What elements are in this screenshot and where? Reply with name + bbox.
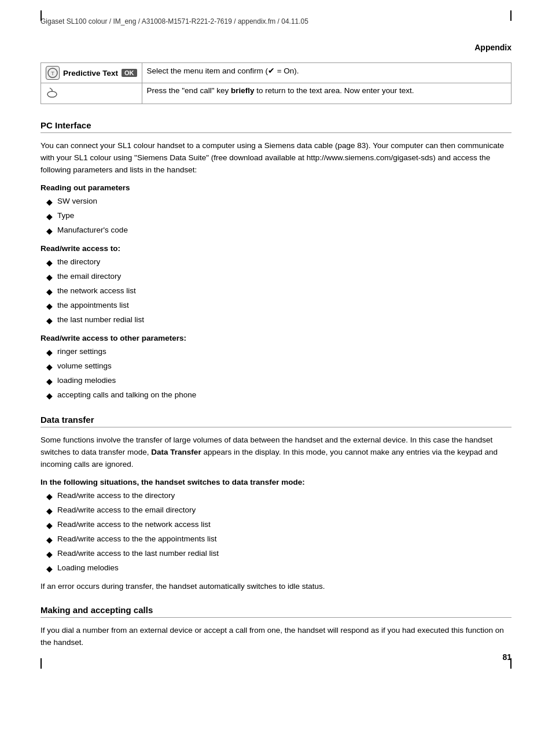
pc-interface-heading: PC Interface [41,120,511,133]
list-item: ◆ Read/write access to the directory [46,490,511,503]
reading-out-list: ◆ SW version ◆ Type ◆ Manufacturer's cod… [41,196,511,237]
data-transfer-heading: Data transfer [41,415,511,427]
list-item-text: the network access list [57,285,136,297]
corner-line-bl [41,658,42,669]
predictive-text-table: T Predictive Text OK Select the menu ite… [41,62,511,104]
list-item: ◆ the email directory [46,271,511,283]
list-item: ◆ Manufacturer's code [46,224,511,237]
predictive-text-label: Predictive Text [63,69,118,78]
list-item-text: loading melodies [57,375,116,386]
bullet-icon: ◆ [46,491,53,503]
error-note: If an error occurs during transfer, the … [41,581,511,593]
list-item: ◆ volume settings [46,360,511,373]
bullet-icon: ◆ [46,361,53,373]
svg-point-2 [47,91,57,97]
list-item: ◆ Type [46,210,511,223]
bullet-icon: ◆ [46,346,53,359]
predictive-row2-text-before: Press the "end call" key [147,86,231,95]
list-item-text: Read/write access to the network access … [57,519,211,530]
making-calls-text: If you dial a number from an external de… [41,625,511,649]
bullet-icon: ◆ [46,505,53,517]
list-item-text: Read/write access to the directory [57,490,175,501]
predictive-text-row1-text: Select the menu item and confirm (✔ = On… [142,63,511,83]
making-calls-heading: Making and accepting calls [41,605,511,618]
ok-badge: OK [122,69,137,77]
list-item-text: the directory [57,256,100,268]
bullet-icon: ◆ [46,375,53,388]
list-item: ◆ Read/write access to the network acces… [46,519,511,532]
predictive-text-row2-text: Press the "end call" key briefly to retu… [142,83,511,104]
page-number: 81 [502,652,511,662]
bullet-icon: ◆ [46,225,53,237]
readwrite-other-list: ◆ ringer settings ◆ volume settings ◆ lo… [41,346,511,402]
bullet-icon: ◆ [46,390,53,402]
icon-cell-inner: T Predictive Text OK [46,66,137,80]
readwrite-other-heading: Read/write access to other parameters: [41,334,511,342]
list-item-text: the last number redial list [57,314,144,326]
data-transfer-intro: Some functions involve the transfer of l… [41,434,511,471]
readwrite-list: ◆ the directory ◆ the email directory ◆ … [41,256,511,327]
list-item: ◆ the appointments list [46,300,511,312]
list-item: ◆ accepting calls and talking on the pho… [46,389,511,402]
list-item-text: the appointments list [57,300,129,311]
situations-heading: In the following situations, the handset… [41,478,511,486]
readwrite-heading: Read/write access to: [41,244,511,253]
list-item-text: Read/write access to the email directory [57,504,196,516]
corner-line-tl [41,10,42,21]
svg-text:T: T [51,71,54,76]
bullet-icon: ◆ [46,563,53,575]
list-item-text: the email directory [57,271,121,282]
bullet-icon: ◆ [46,286,53,298]
predictive-row1-text: Select the menu item and confirm (✔ = On… [147,67,299,75]
list-item: ◆ Read/write access to the email directo… [46,504,511,517]
reading-out-heading: Reading out parameters [41,183,511,192]
pc-interface-intro: You can connect your SL1 colour handset … [41,140,511,176]
list-item-text: Loading melodies [57,562,119,574]
list-item: ◆ Loading melodies [46,562,511,575]
list-item-text: accepting calls and talking on the phone [57,389,196,401]
bullet-icon: ◆ [46,300,53,312]
situations-list: ◆ Read/write access to the directory ◆ R… [41,490,511,575]
predictive-text-icon: T [46,66,60,80]
list-item-text: Manufacturer's code [57,224,128,236]
list-item-text: Type [57,210,74,222]
list-item-text: ringer settings [57,346,106,357]
table-row-2: Press the "end call" key briefly to retu… [41,83,511,104]
predictive-row2-text-after: to return to the text area. Now enter yo… [254,86,414,95]
bullet-icon: ◆ [46,196,53,208]
list-item: ◆ loading melodies [46,375,511,388]
list-item: ◆ Read/write access to the last number r… [46,548,511,560]
end-call-icon [46,86,58,99]
bullet-icon: ◆ [46,534,53,546]
appendix-heading: Appendix [41,43,511,52]
list-item: ◆ the directory [46,256,511,269]
corner-line-tr [510,10,511,21]
list-item-text: Read/write access to the the appointment… [57,533,216,545]
bullet-icon: ◆ [46,257,53,269]
page-header: Gigaset SL100 colour / IM_eng / A31008-M… [41,17,511,25]
bullet-icon: ◆ [46,271,53,283]
list-item: ◆ Read/write access to the the appointme… [46,533,511,546]
list-item-text: SW version [57,196,97,207]
bullet-icon: ◆ [46,519,53,532]
bullet-icon: ◆ [46,211,53,223]
table-row: T Predictive Text OK Select the menu ite… [41,63,511,83]
svg-line-4 [50,88,52,90]
list-item: ◆ ringer settings [46,346,511,359]
bullet-icon: ◆ [46,315,53,327]
list-item-text: Read/write access to the last number red… [57,548,219,559]
list-item-text: volume settings [57,360,112,372]
end-call-cell [41,83,142,104]
list-item: ◆ SW version [46,196,511,208]
data-transfer-bold1: Data Transfer [151,448,201,456]
bullet-icon: ◆ [46,548,53,560]
page: Gigaset SL100 colour / IM_eng / A31008-M… [0,0,552,679]
icon-cell: T Predictive Text OK [41,63,142,83]
list-item: ◆ the network access list [46,285,511,298]
list-item: ◆ the last number redial list [46,314,511,327]
header-title: Gigaset SL100 colour / IM_eng / A31008-M… [41,17,308,25]
predictive-row2-bold: briefly [231,86,255,95]
